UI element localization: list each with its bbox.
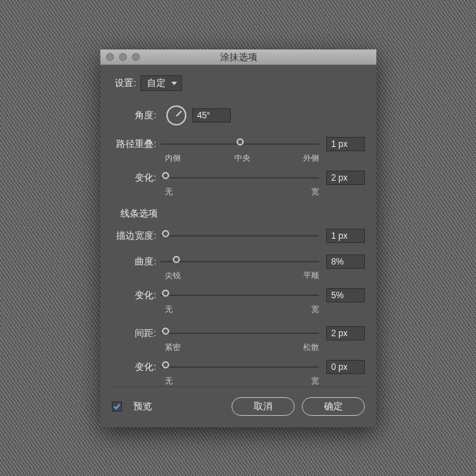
path-variation-sublabels: 无 宽 — [165, 186, 319, 197]
cancel-button[interactable]: 取消 — [232, 397, 295, 416]
stroke-width-row: 描边宽度: 1 px — [112, 229, 365, 243]
curv-variation-row: 变化: 5% — [112, 288, 365, 303]
settings-value: 自定 — [147, 77, 166, 90]
titlebar[interactable]: 涂抹选项 — [100, 49, 376, 65]
footer: 预览 取消 确定 — [112, 386, 365, 416]
path-overlap-input[interactable]: 1 px — [326, 137, 365, 151]
spacing-input[interactable]: 2 px — [326, 326, 365, 341]
curv-variation-label: 变化: — [112, 289, 161, 302]
window-controls — [106, 53, 140, 61]
curvature-slider[interactable] — [161, 258, 319, 265]
spacing-variation-label: 变化: — [112, 361, 161, 373]
spacing-variation-sublabels: 无 宽 — [165, 376, 319, 386]
path-overlap-sublabels: 内侧 中央 外侧 — [165, 153, 319, 163]
stroke-width-input[interactable]: 1 px — [326, 229, 365, 243]
path-overlap-label: 路径重叠: — [112, 138, 161, 151]
spacing-slider[interactable] — [161, 330, 319, 337]
curvature-sublabels: 尖锐 平顺 — [165, 270, 319, 281]
preview-checkbox[interactable] — [112, 401, 122, 411]
line-options-heading: 线条选项 — [120, 207, 365, 220]
curv-variation-slider[interactable] — [161, 292, 319, 299]
stroke-width-slider[interactable] — [161, 232, 319, 239]
curv-variation-sublabels: 无 宽 — [165, 304, 319, 315]
close-icon[interactable] — [106, 53, 114, 61]
curvature-input[interactable]: 8% — [326, 254, 365, 269]
smudge-options-dialog: 涂抹选项 设置: 自定 角度: 45° 路径重叠: 1 px 内侧 中央 外侧 — [100, 49, 376, 427]
zoom-icon[interactable] — [132, 53, 140, 61]
settings-label: 设置: — [112, 77, 141, 90]
dialog-body: 设置: 自定 角度: 45° 路径重叠: 1 px 内侧 中央 外侧 变化: — [100, 65, 376, 427]
dialog-title: 涂抹选项 — [220, 51, 257, 64]
preview-label: 预览 — [133, 400, 152, 413]
angle-dial[interactable] — [166, 105, 186, 125]
angle-input[interactable]: 45° — [192, 108, 231, 123]
spacing-variation-row: 变化: 0 px — [112, 360, 365, 374]
spacing-variation-input[interactable]: 0 px — [326, 360, 365, 374]
path-variation-input[interactable]: 2 px — [326, 171, 365, 185]
spacing-sublabels: 紧密 松散 — [165, 342, 319, 353]
curv-variation-input[interactable]: 5% — [326, 288, 365, 303]
curvature-label: 曲度: — [112, 255, 161, 268]
spacing-label: 间距: — [112, 327, 161, 340]
path-variation-row: 变化: 2 px — [112, 171, 365, 185]
check-icon — [113, 403, 120, 410]
spacing-row: 间距: 2 px — [112, 326, 365, 341]
ok-button[interactable]: 确定 — [302, 397, 365, 416]
angle-label: 角度: — [112, 109, 161, 122]
settings-row: 设置: 自定 — [112, 75, 365, 91]
angle-row: 角度: 45° — [112, 105, 365, 125]
path-variation-slider[interactable] — [161, 174, 319, 181]
minimize-icon[interactable] — [119, 53, 127, 61]
spacing-variation-slider[interactable] — [161, 363, 319, 371]
path-overlap-slider[interactable] — [161, 141, 319, 148]
stroke-width-label: 描边宽度: — [112, 229, 161, 242]
settings-select[interactable]: 自定 — [141, 75, 182, 91]
curvature-row: 曲度: 8% — [112, 254, 365, 269]
path-variation-label: 变化: — [112, 171, 161, 184]
path-overlap-row: 路径重叠: 1 px — [112, 137, 365, 151]
